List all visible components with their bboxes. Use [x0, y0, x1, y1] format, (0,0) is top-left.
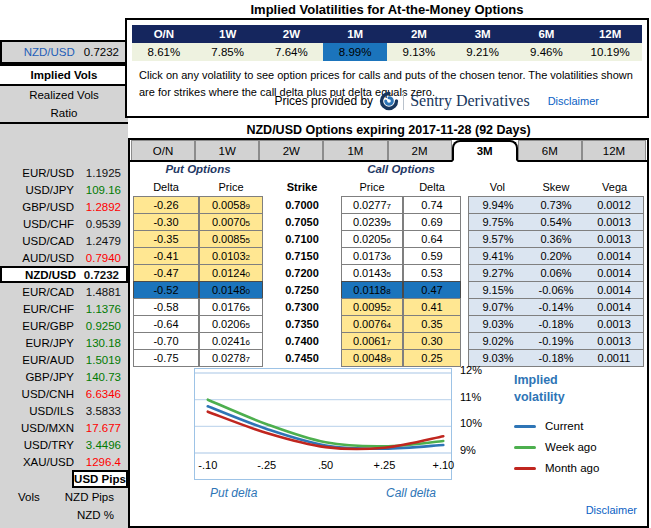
pair-row-nzd-usd[interactable]: NZD/USD0.7232	[0, 266, 128, 283]
put-delta-cell[interactable]: -0.75	[133, 349, 199, 367]
tab-1w[interactable]: 1W	[195, 140, 259, 160]
call-delta-cell[interactable]: 0.59	[403, 247, 461, 265]
call-delta-cell[interactable]: 0.64	[403, 230, 461, 248]
call-price-cell[interactable]: 0.01188	[341, 281, 403, 299]
tab-2w[interactable]: 2W	[259, 140, 323, 160]
disclaimer-link-bottom[interactable]: Disclaimer	[586, 504, 637, 516]
call-delta-cell[interactable]: 0.25	[403, 349, 461, 367]
tab-3m[interactable]: 3M	[452, 140, 518, 162]
tab-o-n[interactable]: O/N	[131, 140, 195, 160]
tab-1m[interactable]: 1M	[323, 140, 387, 160]
put-delta-cell[interactable]: -0.64	[133, 315, 199, 333]
disclaimer-link-top[interactable]: Disclaimer	[548, 95, 599, 107]
call-price-cell[interactable]: 0.02777	[341, 196, 403, 214]
call-price-cell[interactable]: 0.02056	[341, 230, 403, 248]
x-tick-label: -.10	[188, 459, 228, 471]
atm-vol-cell-2w[interactable]: 7.64%	[260, 43, 324, 61]
sidebar-item-nzd[interactable]: NZD %	[69, 506, 122, 524]
put-price-cell[interactable]: 0.02065	[199, 315, 263, 333]
put-delta-cell[interactable]: -0.30	[133, 213, 199, 231]
pair-row-usd-jpy[interactable]: USD/JPY109.16	[0, 181, 128, 198]
call-delta-cell[interactable]: 0.30	[403, 332, 461, 350]
sidebar-item-ratio[interactable]: Ratio	[0, 104, 128, 122]
atm-vol-cell-1w[interactable]: 7.85%	[196, 43, 260, 61]
call-price-cell[interactable]: 0.00764	[341, 315, 403, 333]
atm-vol-cell-12m[interactable]: 10.19%	[578, 43, 642, 61]
call-price-cell[interactable]: 0.02395	[341, 213, 403, 231]
vol-value: 9.03%	[469, 316, 527, 332]
atm-vol-cell-2m[interactable]: 9.13%	[387, 43, 451, 61]
put-price-cell[interactable]: 0.00855	[199, 230, 263, 248]
put-delta-cell[interactable]: -0.70	[133, 332, 199, 350]
call-price-cell[interactable]: 0.00952	[341, 298, 403, 316]
call-delta-cell[interactable]: 0.53	[403, 264, 461, 282]
pair-row-usd-chf[interactable]: USD/CHF0.9539	[0, 215, 128, 232]
put-price-cell[interactable]: 0.01765	[199, 298, 263, 316]
atm-vol-cell-1m[interactable]: 8.99%	[323, 43, 387, 61]
atm-vol-cell-3m[interactable]: 9.21%	[451, 43, 515, 61]
put-price-cell[interactable]: 0.01032	[199, 247, 263, 265]
skew-value: 0.20%	[527, 248, 585, 264]
put-delta-cell[interactable]: -0.41	[133, 247, 199, 265]
provided-by-label: Prices provided by	[274, 94, 373, 108]
pair-row-usd-ils[interactable]: USD/ILS3.5833	[0, 402, 128, 419]
sidebar-item-nzd-pips[interactable]: NZD Pips	[57, 488, 122, 506]
atm-tenor-2w: 2W	[260, 25, 324, 43]
call-delta-cell[interactable]: 0.47	[403, 281, 461, 299]
atm-vol-cell-o-n[interactable]: 8.61%	[132, 43, 196, 61]
put-price-cell[interactable]: 0.01480	[199, 281, 263, 299]
pair-row-usd-try[interactable]: USD/TRY3.4496	[0, 436, 128, 453]
call-price-cell[interactable]: 0.00617	[341, 332, 403, 350]
y-tick-label: 10%	[460, 417, 482, 429]
put-price-cell[interactable]: 0.00705	[199, 213, 263, 231]
call-price-cell[interactable]: 0.00489	[341, 349, 403, 367]
pair-row-eur-jpy[interactable]: EUR/JPY130.18	[0, 334, 128, 351]
call-delta-caption: Call delta	[386, 486, 436, 500]
put-price-cell[interactable]: 0.01240	[199, 264, 263, 282]
call-delta-cell[interactable]: 0.35	[403, 315, 461, 333]
sidebar-item-implied-vols[interactable]: Implied Vols	[0, 64, 128, 86]
pair-row-gbp-jpy[interactable]: GBP/JPY140.73	[0, 368, 128, 385]
put-delta-cell[interactable]: -0.26	[133, 196, 199, 214]
pair-row-usd-cad[interactable]: USD/CAD1.2479	[0, 232, 128, 249]
brand-name: Sentry Derivatives	[410, 92, 530, 110]
call-price-cell[interactable]: 0.01736	[341, 247, 403, 265]
pair-row-eur-usd[interactable]: EUR/USD1.1925	[0, 164, 128, 181]
pair-row-gbp-usd[interactable]: GBP/USD1.2892	[0, 198, 128, 215]
tab-2m[interactable]: 2M	[388, 140, 452, 160]
y-tick-label: 11%	[460, 391, 481, 403]
call-delta-cell[interactable]: 0.69	[403, 213, 461, 231]
selected-symbol-box[interactable]: NZD/USD 0.7232	[0, 40, 128, 64]
put-price-cell[interactable]: 0.02416	[199, 332, 263, 350]
put-delta-cell[interactable]: -0.35	[133, 230, 199, 248]
pair-label: EUR/JPY	[0, 337, 74, 349]
skew-value: 0.36%	[527, 231, 585, 247]
put-delta-cell[interactable]: -0.52	[133, 281, 199, 299]
sidebar-item-realized-vols[interactable]: Realized Vols	[0, 86, 128, 104]
tab-6m[interactable]: 6M	[518, 140, 582, 160]
call-delta-cell[interactable]: 0.41	[403, 298, 461, 316]
call-delta-cell[interactable]: 0.74	[403, 196, 461, 214]
put-price-cell[interactable]: 0.00589	[199, 196, 263, 214]
pair-row-eur-gbp[interactable]: EUR/GBP0.9250	[0, 317, 128, 334]
pair-value: 3.5833	[74, 405, 128, 417]
pair-row-eur-cad[interactable]: EUR/CAD1.4881	[0, 283, 128, 300]
pair-label: XAU/USD	[0, 456, 74, 468]
pair-row-usd-mxn[interactable]: USD/MXN17.677	[0, 419, 128, 436]
tab-12m[interactable]: 12M	[582, 140, 646, 160]
pair-value: 6.6346	[74, 388, 128, 400]
pair-row-aud-usd[interactable]: AUD/USD0.7940	[0, 249, 128, 266]
legend-item-week-ago: Week ago	[514, 437, 634, 458]
call-price-cell[interactable]: 0.01435	[341, 264, 403, 282]
pair-row-eur-chf[interactable]: EUR/CHF1.1376	[0, 300, 128, 317]
pair-row-usd-cnh[interactable]: USD/CNH6.6346	[0, 385, 128, 402]
sidebar-item-usd-pips[interactable]: USD Pips	[72, 470, 128, 488]
atm-tenor-1m: 1M	[323, 25, 387, 43]
vol-value: 9.75%	[469, 214, 527, 230]
pair-row-xau-usd[interactable]: XAU/USD1296.4	[0, 453, 128, 470]
put-delta-cell[interactable]: -0.47	[133, 264, 199, 282]
pair-row-eur-aud[interactable]: EUR/AUD1.5019	[0, 351, 128, 368]
put-price-cell[interactable]: 0.02787	[199, 349, 263, 367]
atm-vol-cell-6m[interactable]: 9.46%	[515, 43, 579, 61]
put-delta-cell[interactable]: -0.58	[133, 298, 199, 316]
